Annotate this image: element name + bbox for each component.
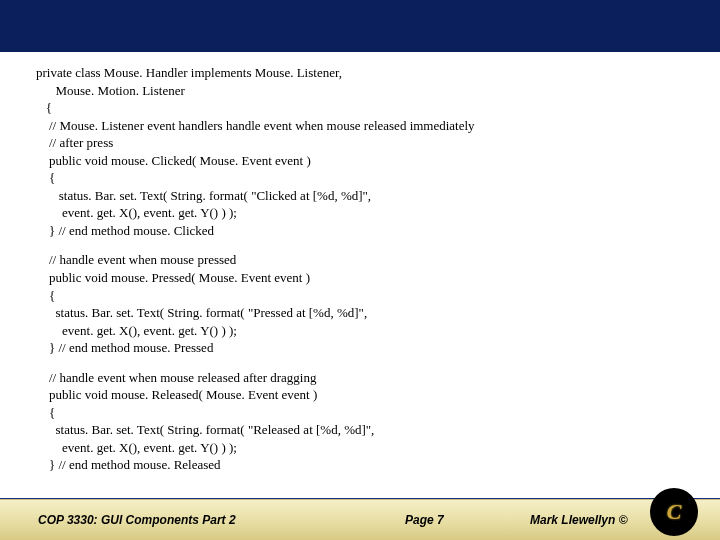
ucf-logo: C [650, 488, 698, 536]
code-line: { [36, 99, 692, 117]
code-line: Mouse. Motion. Listener [36, 82, 692, 100]
footer-course: COP 3330: GUI Components Part 2 [0, 513, 236, 527]
code-line: public void mouse. Clicked( Mouse. Event… [36, 152, 692, 170]
code-line: // Mouse. Listener event handlers handle… [36, 117, 692, 135]
code-block: private class Mouse. Handler implements … [0, 52, 720, 474]
code-line: status. Bar. set. Text( String. format( … [36, 421, 692, 439]
code-line: status. Bar. set. Text( String. format( … [36, 304, 692, 322]
code-line: { [36, 169, 692, 187]
code-line: event. get. X(), event. get. Y() ) ); [36, 439, 692, 457]
code-line: status. Bar. set. Text( String. format( … [36, 187, 692, 205]
code-line: // handle event when mouse released afte… [36, 369, 692, 387]
footer: COP 3330: GUI Components Part 2 Page 7 M… [0, 498, 720, 540]
footer-author: Mark Llewellyn © [530, 513, 628, 527]
code-line: { [36, 287, 692, 305]
code-line: } // end method mouse. Released [36, 456, 692, 474]
code-line: public void mouse. Pressed( Mouse. Event… [36, 269, 692, 287]
code-line: event. get. X(), event. get. Y() ) ); [36, 322, 692, 340]
code-line: } // end method mouse. Clicked [36, 222, 692, 240]
code-line: public void mouse. Released( Mouse. Even… [36, 386, 692, 404]
code-line: } // end method mouse. Pressed [36, 339, 692, 357]
code-line: // after press [36, 134, 692, 152]
code-line: // handle event when mouse pressed [36, 251, 692, 269]
code-line: { [36, 404, 692, 422]
code-line: event. get. X(), event. get. Y() ) ); [36, 204, 692, 222]
code-line: private class Mouse. Handler implements … [36, 64, 692, 82]
footer-page: Page 7 [405, 513, 444, 527]
ucf-logo-glyph: C [667, 499, 682, 525]
title-bar [0, 0, 720, 52]
